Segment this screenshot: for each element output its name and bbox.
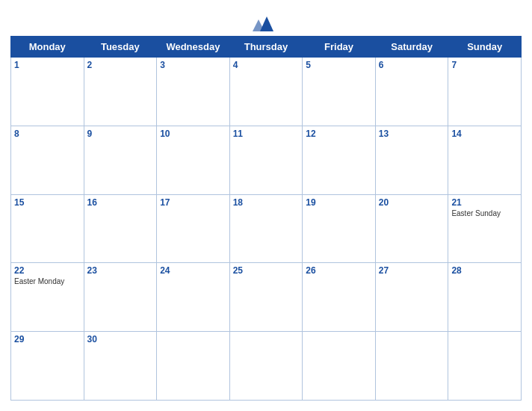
- day-number: 28: [451, 265, 518, 276]
- calendar-day-cell: 5: [303, 58, 376, 126]
- calendar-day-cell: 3: [157, 58, 230, 126]
- holiday-label: Easter Sunday: [451, 209, 518, 217]
- calendar-day-cell: 29: [11, 332, 84, 401]
- day-number: 17: [160, 197, 226, 208]
- calendar-day-cell: 27: [375, 263, 448, 332]
- calendar-day-cell: 19: [303, 194, 376, 263]
- calendar-week-row: 22Easter Monday232425262728: [11, 263, 522, 332]
- weekday-header-wednesday: Wednesday: [157, 37, 230, 58]
- day-number: 4: [233, 60, 300, 70]
- calendar-day-cell: 16: [84, 194, 157, 263]
- calendar-day-cell: 8: [11, 126, 84, 194]
- calendar-week-row: 2930: [11, 332, 522, 401]
- weekday-header-thursday: Thursday: [229, 37, 303, 58]
- day-number: 1: [14, 60, 81, 70]
- calendar-day-cell: 4: [229, 58, 303, 126]
- calendar-day-cell: 1: [11, 58, 84, 126]
- day-number: 24: [160, 265, 226, 276]
- calendar-day-cell: 21Easter Sunday: [448, 194, 522, 263]
- day-number: 23: [87, 265, 154, 276]
- day-number: 22: [14, 265, 81, 276]
- day-number: 12: [306, 129, 372, 139]
- calendar-day-cell: 9: [84, 126, 157, 194]
- calendar-day-cell: 24: [157, 263, 230, 332]
- calendar-day-cell: [375, 332, 448, 401]
- calendar-day-cell: 18: [229, 194, 303, 263]
- day-number: 5: [306, 60, 372, 70]
- calendar-day-cell: 2: [84, 58, 157, 126]
- calendar-day-cell: 12: [303, 126, 376, 194]
- holiday-label: Easter Monday: [14, 277, 81, 285]
- day-number: 30: [87, 334, 154, 344]
- calendar-day-cell: 15: [11, 194, 84, 263]
- day-number: 16: [87, 197, 154, 208]
- calendar-week-row: 891011121314: [11, 126, 522, 194]
- day-number: 7: [451, 60, 518, 70]
- day-number: 2: [87, 60, 154, 70]
- day-number: 15: [14, 197, 81, 208]
- day-number: 6: [379, 60, 445, 70]
- calendar-day-cell: [448, 332, 522, 401]
- day-number: 26: [306, 265, 372, 276]
- calendar-day-cell: 10: [157, 126, 230, 194]
- weekday-header-sunday: Sunday: [448, 37, 522, 58]
- calendar-day-cell: [157, 332, 230, 401]
- calendar-header: [10, 7, 522, 31]
- weekday-header-row: MondayTuesdayWednesdayThursdayFridaySatu…: [11, 37, 522, 58]
- calendar-day-cell: 13: [375, 126, 448, 194]
- calendar-day-cell: 25: [229, 263, 303, 332]
- calendar-day-cell: 17: [157, 194, 230, 263]
- day-number: 9: [87, 129, 154, 139]
- day-number: 13: [379, 129, 445, 139]
- weekday-header-friday: Friday: [303, 37, 376, 58]
- calendar-day-cell: 22Easter Monday: [11, 263, 84, 332]
- calendar-day-cell: 7: [448, 58, 522, 126]
- calendar-week-row: 1234567: [11, 58, 522, 126]
- calendar-day-cell: 20: [375, 194, 448, 263]
- day-number: 27: [379, 265, 445, 276]
- weekday-header-monday: Monday: [11, 37, 84, 58]
- day-number: 3: [160, 60, 226, 70]
- logo: [253, 10, 279, 31]
- calendar-day-cell: 11: [229, 126, 303, 194]
- calendar-day-cell: [229, 332, 303, 401]
- day-number: 25: [233, 265, 300, 276]
- day-number: 19: [306, 197, 372, 208]
- calendar-day-cell: 23: [84, 263, 157, 332]
- logo-icon: [253, 10, 279, 31]
- calendar-day-cell: 28: [448, 263, 522, 332]
- calendar-wrapper: MondayTuesdayWednesdayThursdayFridaySatu…: [0, 0, 532, 411]
- weekday-header-saturday: Saturday: [375, 37, 448, 58]
- calendar-day-cell: 14: [448, 126, 522, 194]
- calendar-week-row: 15161718192021Easter Sunday: [11, 194, 522, 263]
- day-number: 10: [160, 129, 226, 139]
- calendar-day-cell: 30: [84, 332, 157, 401]
- calendar-table: MondayTuesdayWednesdayThursdayFridaySatu…: [10, 36, 522, 401]
- day-number: 18: [233, 197, 300, 208]
- day-number: 29: [14, 334, 81, 344]
- weekday-header-tuesday: Tuesday: [84, 37, 157, 58]
- day-number: 21: [451, 197, 518, 208]
- day-number: 11: [233, 129, 300, 139]
- day-number: 20: [379, 197, 445, 208]
- calendar-day-cell: 6: [375, 58, 448, 126]
- calendar-day-cell: 26: [303, 263, 376, 332]
- day-number: 8: [14, 129, 81, 139]
- day-number: 14: [451, 129, 518, 139]
- calendar-day-cell: [303, 332, 376, 401]
